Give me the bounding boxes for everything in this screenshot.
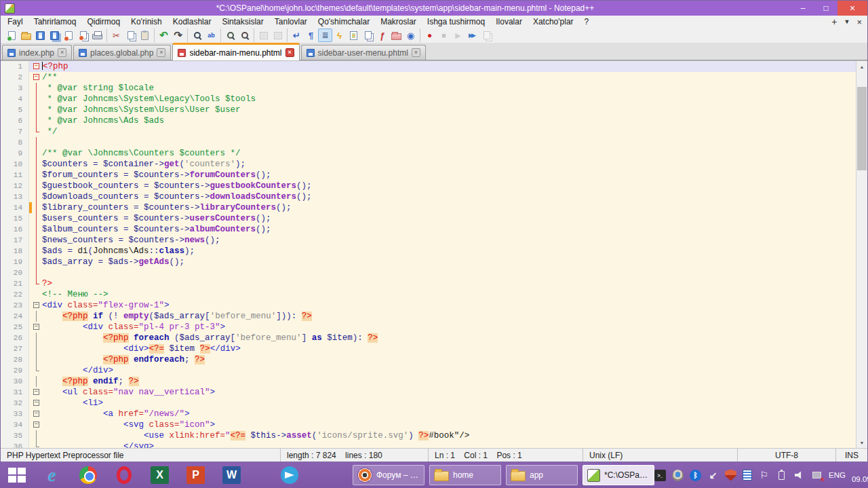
redo-icon[interactable] bbox=[171, 29, 185, 42]
macro-record-icon[interactable] bbox=[422, 29, 437, 42]
taskbar-clock[interactable]: 19:38 09.09.2024 bbox=[852, 466, 868, 484]
pinned-powerpoint-icon[interactable]: P bbox=[178, 462, 214, 488]
scroll-down-icon[interactable]: ▼ bbox=[856, 437, 867, 448]
task-folder-app[interactable]: app bbox=[506, 465, 578, 485]
zoom-in-icon[interactable] bbox=[223, 29, 237, 42]
function-completion-icon[interactable] bbox=[332, 29, 347, 42]
tab-close-icon[interactable]: × bbox=[157, 48, 165, 57]
fold-margin[interactable]: − bbox=[32, 61, 42, 72]
new-tab-button[interactable]: + bbox=[831, 16, 837, 27]
pinned-internet-explorer-icon[interactable]: e bbox=[34, 462, 70, 488]
document-list-icon[interactable] bbox=[361, 29, 375, 42]
tray-flag-icon[interactable] bbox=[758, 470, 770, 481]
fold-margin[interactable]: − bbox=[32, 322, 42, 333]
menu-item-fayl[interactable]: Fayl bbox=[2, 16, 28, 28]
print-icon[interactable] bbox=[90, 29, 104, 42]
menu-item-ishga-tushirmoq[interactable]: Ishga tushirmoq bbox=[422, 16, 490, 28]
tray-network-error-icon[interactable] bbox=[811, 470, 823, 481]
macro-run-multiple-icon[interactable] bbox=[465, 29, 479, 42]
save-all-icon[interactable] bbox=[47, 29, 62, 42]
pinned-chrome-icon[interactable] bbox=[70, 462, 106, 488]
replace-icon[interactable] bbox=[204, 29, 218, 42]
menu-item-ilovalar[interactable]: Ilovalar bbox=[490, 16, 528, 28]
minimize-button[interactable]: – bbox=[791, 1, 814, 16]
task-browser-forum[interactable]: Форум – А... bbox=[353, 465, 425, 485]
tab-places-global-php[interactable]: places.global.php× bbox=[73, 45, 171, 60]
document-map-icon[interactable] bbox=[347, 29, 361, 42]
pinned-excel-icon[interactable]: X bbox=[142, 462, 178, 488]
tab-sidebar-main-menu-phtml[interactable]: sidebar-main-menu.phtml× bbox=[172, 43, 299, 60]
open-file-icon[interactable] bbox=[19, 29, 33, 42]
menu-item-makroslar[interactable]: Makroslar bbox=[375, 16, 422, 28]
word-wrap-icon[interactable] bbox=[290, 29, 304, 42]
copy-icon[interactable] bbox=[123, 29, 138, 42]
tray-cursor-icon[interactable] bbox=[707, 470, 719, 481]
restore-button[interactable]: □ bbox=[814, 1, 837, 16]
show-all-characters-icon[interactable] bbox=[304, 29, 318, 42]
tab-close-icon[interactable]: × bbox=[285, 48, 294, 57]
tray-volume-icon[interactable] bbox=[793, 470, 805, 481]
tray-bluetooth-icon[interactable] bbox=[690, 470, 701, 481]
editor-area[interactable]: 1−<?php2−/**3 * @var string $locale4 * @… bbox=[1, 60, 867, 448]
title-bar[interactable]: *C:\OSPanel\home\john.loc\themes\default… bbox=[1, 1, 867, 16]
undo-icon[interactable] bbox=[157, 29, 171, 42]
function-list-icon[interactable] bbox=[375, 29, 389, 42]
tray-terminal-icon[interactable] bbox=[654, 470, 666, 481]
scroll-up-icon[interactable]: ▲ bbox=[856, 61, 867, 72]
scrollbar-track[interactable] bbox=[856, 72, 867, 437]
paste-icon[interactable] bbox=[138, 29, 152, 42]
pinned-telegram-icon[interactable] bbox=[271, 462, 307, 488]
menu-item-tanlovlar[interactable]: Tanlovlar bbox=[269, 16, 313, 28]
fold-collapse-icon[interactable]: − bbox=[33, 324, 39, 330]
menu-item-sintaksislar[interactable]: Sintaksislar bbox=[216, 16, 269, 28]
vertical-scrollbar[interactable]: ▲ ▼ bbox=[856, 61, 867, 448]
tray-battery-icon[interactable] bbox=[776, 470, 787, 481]
menu-item-[interactable]: ? bbox=[579, 16, 595, 28]
menu-item-qidirmoq[interactable]: Qidirmoq bbox=[81, 16, 125, 28]
fold-collapse-icon[interactable]: − bbox=[33, 74, 39, 80]
fold-margin[interactable]: − bbox=[32, 419, 42, 430]
fold-collapse-icon[interactable]: − bbox=[33, 63, 39, 69]
folder-as-workspace-icon[interactable] bbox=[389, 29, 403, 42]
fold-margin[interactable]: − bbox=[32, 398, 42, 409]
tray-notes-icon[interactable] bbox=[743, 470, 752, 481]
find-icon[interactable] bbox=[190, 29, 204, 42]
zoom-out-icon[interactable] bbox=[237, 29, 252, 42]
status-encoding[interactable]: UTF-8 bbox=[738, 449, 836, 462]
fold-collapse-icon[interactable]: − bbox=[33, 389, 39, 395]
menu-item-tahrirlamoq[interactable]: Tahrirlamoq bbox=[28, 16, 82, 28]
menu-item-kodlashlar[interactable]: Kodlashlar bbox=[167, 16, 217, 28]
tab-close-icon[interactable]: × bbox=[58, 48, 66, 57]
close-tab-button[interactable]: × bbox=[856, 17, 862, 27]
fold-collapse-icon[interactable]: − bbox=[33, 302, 39, 308]
menu-item-qo-shimchalar[interactable]: Qo'shimchalar bbox=[313, 16, 375, 28]
fold-collapse-icon[interactable]: − bbox=[33, 400, 39, 406]
cut-icon[interactable] bbox=[109, 29, 123, 42]
fold-collapse-icon[interactable]: − bbox=[33, 421, 39, 428]
pinned-opera-icon[interactable] bbox=[106, 462, 142, 488]
fold-margin[interactable]: − bbox=[32, 72, 42, 83]
tray-security-shield-icon[interactable] bbox=[725, 470, 736, 481]
fold-collapse-icon[interactable]: − bbox=[33, 411, 39, 417]
save-file-icon[interactable] bbox=[33, 29, 47, 42]
task-folder-home[interactable]: home bbox=[429, 465, 501, 485]
start-button[interactable] bbox=[0, 462, 34, 488]
fold-margin[interactable]: − bbox=[32, 409, 42, 419]
language-indicator[interactable]: ENG bbox=[829, 471, 846, 479]
fold-margin[interactable]: − bbox=[32, 387, 42, 398]
show-indent-guide-icon[interactable] bbox=[318, 29, 332, 42]
tab-list-dropdown-icon[interactable]: ▼ bbox=[844, 18, 850, 25]
tray-settings-dial-icon[interactable] bbox=[672, 470, 684, 481]
monitoring-icon[interactable] bbox=[403, 29, 418, 42]
menu-item-xatcho-plar[interactable]: Xatcho'plar bbox=[528, 16, 579, 28]
close-file-icon[interactable] bbox=[62, 29, 76, 42]
task-notepad-plus-plus[interactable]: *C:\OSPan... bbox=[583, 465, 654, 485]
fold-margin[interactable]: − bbox=[32, 300, 42, 311]
close-button[interactable]: × bbox=[837, 1, 867, 16]
menu-item-ko-rinish[interactable]: Ko'rinish bbox=[125, 16, 167, 28]
tab-sidebar-user-menu-phtml[interactable]: sidebar-user-menu.phtml× bbox=[301, 45, 426, 60]
tab-close-icon[interactable]: × bbox=[412, 48, 420, 57]
pinned-word-icon[interactable]: W bbox=[214, 462, 250, 488]
new-file-icon[interactable] bbox=[5, 29, 19, 42]
scrollbar-thumb[interactable] bbox=[857, 87, 867, 171]
